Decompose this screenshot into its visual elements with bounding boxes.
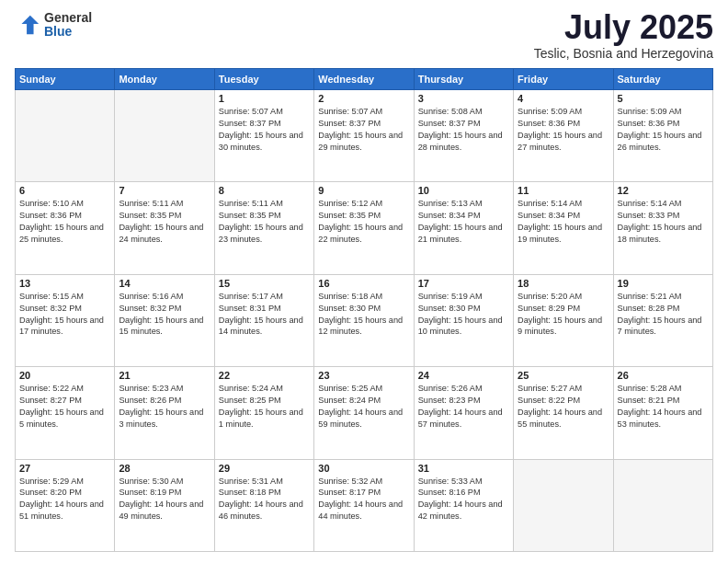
day-number: 9: [318, 185, 409, 196]
day-info: Sunrise: 5:30 AM Sunset: 8:19 PM Dayligh…: [119, 476, 210, 523]
month-title: July 2025: [534, 11, 713, 44]
calendar-cell: 9Sunrise: 5:12 AM Sunset: 8:35 PM Daylig…: [314, 182, 414, 274]
day-number: 19: [618, 278, 709, 289]
day-number: 24: [418, 370, 509, 381]
calendar-cell: [115, 90, 214, 182]
day-info: Sunrise: 5:07 AM Sunset: 8:37 PM Dayligh…: [219, 106, 310, 154]
day-number: 23: [318, 370, 409, 381]
calendar-cell: 13Sunrise: 5:15 AM Sunset: 8:32 PM Dayli…: [16, 274, 115, 366]
calendar-cell: 15Sunrise: 5:17 AM Sunset: 8:31 PM Dayli…: [214, 274, 313, 366]
location-subtitle: Teslic, Bosnia and Herzegovina: [534, 46, 713, 61]
day-info: Sunrise: 5:12 AM Sunset: 8:35 PM Dayligh…: [318, 198, 409, 246]
day-info: Sunrise: 5:08 AM Sunset: 8:37 PM Dayligh…: [418, 106, 509, 154]
calendar-cell: 29Sunrise: 5:31 AM Sunset: 8:18 PM Dayli…: [214, 459, 313, 551]
calendar-cell: 6Sunrise: 5:10 AM Sunset: 8:36 PM Daylig…: [16, 182, 115, 274]
day-number: 12: [618, 185, 709, 196]
day-info: Sunrise: 5:27 AM Sunset: 8:22 PM Dayligh…: [518, 383, 609, 431]
calendar-week-row: 27Sunrise: 5:29 AM Sunset: 8:20 PM Dayli…: [16, 459, 713, 551]
day-info: Sunrise: 5:22 AM Sunset: 8:27 PM Dayligh…: [19, 383, 110, 431]
day-info: Sunrise: 5:10 AM Sunset: 8:36 PM Dayligh…: [19, 198, 110, 246]
day-number: 4: [518, 93, 609, 104]
header-saturday: Saturday: [613, 69, 712, 90]
calendar-cell: 27Sunrise: 5:29 AM Sunset: 8:20 PM Dayli…: [16, 459, 115, 551]
day-info: Sunrise: 5:25 AM Sunset: 8:24 PM Dayligh…: [318, 383, 409, 431]
page: General Blue July 2025 Teslic, Bosnia an…: [0, 0, 728, 563]
header-friday: Friday: [514, 69, 613, 90]
calendar-cell: 8Sunrise: 5:11 AM Sunset: 8:35 PM Daylig…: [214, 182, 313, 274]
day-number: 28: [119, 463, 210, 474]
calendar-cell: 5Sunrise: 5:09 AM Sunset: 8:36 PM Daylig…: [613, 90, 712, 182]
day-info: Sunrise: 5:28 AM Sunset: 8:21 PM Dayligh…: [618, 383, 709, 431]
day-number: 25: [518, 370, 609, 381]
day-info: Sunrise: 5:24 AM Sunset: 8:25 PM Dayligh…: [219, 383, 310, 431]
logo: General Blue: [15, 11, 92, 40]
day-info: Sunrise: 5:19 AM Sunset: 8:30 PM Dayligh…: [418, 291, 509, 339]
day-info: Sunrise: 5:14 AM Sunset: 8:34 PM Dayligh…: [518, 198, 609, 246]
logo-general-text: General: [44, 11, 92, 25]
day-info: Sunrise: 5:09 AM Sunset: 8:36 PM Dayligh…: [618, 106, 709, 154]
logo-blue-text: Blue: [44, 25, 92, 39]
calendar-week-row: 13Sunrise: 5:15 AM Sunset: 8:32 PM Dayli…: [16, 274, 713, 366]
calendar-cell: 20Sunrise: 5:22 AM Sunset: 8:27 PM Dayli…: [16, 367, 115, 459]
calendar-cell: 31Sunrise: 5:33 AM Sunset: 8:16 PM Dayli…: [414, 459, 513, 551]
day-number: 18: [518, 278, 609, 289]
calendar-cell: 4Sunrise: 5:09 AM Sunset: 8:36 PM Daylig…: [514, 90, 613, 182]
calendar-cell: 17Sunrise: 5:19 AM Sunset: 8:30 PM Dayli…: [414, 274, 513, 366]
calendar-cell: 24Sunrise: 5:26 AM Sunset: 8:23 PM Dayli…: [414, 367, 513, 459]
day-number: 7: [119, 185, 210, 196]
day-number: 14: [119, 278, 210, 289]
calendar-cell: 12Sunrise: 5:14 AM Sunset: 8:33 PM Dayli…: [613, 182, 712, 274]
calendar-cell: 18Sunrise: 5:20 AM Sunset: 8:29 PM Dayli…: [514, 274, 613, 366]
day-number: 15: [219, 278, 310, 289]
day-number: 11: [518, 185, 609, 196]
header-monday: Monday: [115, 69, 214, 90]
calendar-cell: 22Sunrise: 5:24 AM Sunset: 8:25 PM Dayli…: [214, 367, 313, 459]
logo-text: General Blue: [44, 11, 92, 40]
day-info: Sunrise: 5:23 AM Sunset: 8:26 PM Dayligh…: [119, 383, 210, 431]
day-info: Sunrise: 5:15 AM Sunset: 8:32 PM Dayligh…: [19, 291, 110, 339]
day-number: 3: [418, 93, 509, 104]
day-info: Sunrise: 5:21 AM Sunset: 8:28 PM Dayligh…: [618, 291, 709, 339]
header-tuesday: Tuesday: [214, 69, 313, 90]
calendar-cell: 14Sunrise: 5:16 AM Sunset: 8:32 PM Dayli…: [115, 274, 214, 366]
day-info: Sunrise: 5:11 AM Sunset: 8:35 PM Dayligh…: [219, 198, 310, 246]
day-info: Sunrise: 5:13 AM Sunset: 8:34 PM Dayligh…: [418, 198, 509, 246]
day-number: 8: [219, 185, 310, 196]
day-info: Sunrise: 5:29 AM Sunset: 8:20 PM Dayligh…: [19, 476, 110, 523]
day-number: 16: [318, 278, 409, 289]
day-info: Sunrise: 5:16 AM Sunset: 8:32 PM Dayligh…: [119, 291, 210, 339]
calendar-cell: 30Sunrise: 5:32 AM Sunset: 8:17 PM Dayli…: [314, 459, 414, 551]
calendar-week-row: 20Sunrise: 5:22 AM Sunset: 8:27 PM Dayli…: [16, 367, 713, 459]
day-number: 22: [219, 370, 310, 381]
calendar-cell: 25Sunrise: 5:27 AM Sunset: 8:22 PM Dayli…: [514, 367, 613, 459]
day-info: Sunrise: 5:32 AM Sunset: 8:17 PM Dayligh…: [318, 476, 409, 523]
weekday-header-row: Sunday Monday Tuesday Wednesday Thursday…: [16, 69, 713, 90]
title-section: July 2025 Teslic, Bosnia and Herzegovina: [534, 11, 713, 61]
calendar-week-row: 1Sunrise: 5:07 AM Sunset: 8:37 PM Daylig…: [16, 90, 713, 182]
day-number: 10: [418, 185, 509, 196]
day-number: 2: [318, 93, 409, 104]
day-number: 13: [19, 278, 110, 289]
calendar-cell: [16, 90, 115, 182]
header-thursday: Thursday: [414, 69, 513, 90]
logo-icon: [15, 12, 40, 38]
calendar-cell: 28Sunrise: 5:30 AM Sunset: 8:19 PM Dayli…: [115, 459, 214, 551]
calendar-cell: 10Sunrise: 5:13 AM Sunset: 8:34 PM Dayli…: [414, 182, 513, 274]
header-sunday: Sunday: [16, 69, 115, 90]
calendar-cell: 3Sunrise: 5:08 AM Sunset: 8:37 PM Daylig…: [414, 90, 513, 182]
calendar-cell: 21Sunrise: 5:23 AM Sunset: 8:26 PM Dayli…: [115, 367, 214, 459]
day-number: 31: [418, 463, 509, 474]
calendar-cell: 26Sunrise: 5:28 AM Sunset: 8:21 PM Dayli…: [613, 367, 712, 459]
calendar-cell: 23Sunrise: 5:25 AM Sunset: 8:24 PM Dayli…: [314, 367, 414, 459]
header: General Blue July 2025 Teslic, Bosnia an…: [15, 11, 713, 61]
day-number: 6: [19, 185, 110, 196]
day-info: Sunrise: 5:31 AM Sunset: 8:18 PM Dayligh…: [219, 476, 310, 523]
day-info: Sunrise: 5:11 AM Sunset: 8:35 PM Dayligh…: [119, 198, 210, 246]
calendar-week-row: 6Sunrise: 5:10 AM Sunset: 8:36 PM Daylig…: [16, 182, 713, 274]
day-number: 17: [418, 278, 509, 289]
day-number: 20: [19, 370, 110, 381]
calendar-cell: 19Sunrise: 5:21 AM Sunset: 8:28 PM Dayli…: [613, 274, 712, 366]
calendar-table: Sunday Monday Tuesday Wednesday Thursday…: [15, 68, 713, 552]
calendar-cell: 2Sunrise: 5:07 AM Sunset: 8:37 PM Daylig…: [314, 90, 414, 182]
header-wednesday: Wednesday: [314, 69, 414, 90]
